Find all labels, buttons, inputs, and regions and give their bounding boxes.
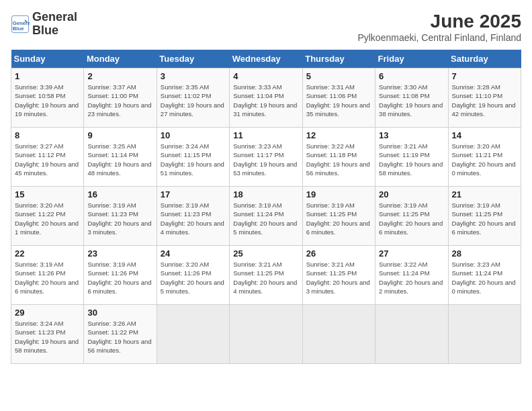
day-detail: Sunrise: 3:19 AM Sunset: 11:26 PM Daylig… — [87, 260, 152, 295]
day-detail: Sunrise: 3:20 AM Sunset: 11:22 PM Daylig… — [15, 201, 80, 236]
day-number: 13 — [379, 130, 444, 140]
day-number: 3 — [161, 71, 226, 81]
day-detail: Sunrise: 3:30 AM Sunset: 11:08 PM Daylig… — [379, 83, 444, 118]
day-number: 19 — [306, 189, 371, 199]
day-detail: Sunrise: 3:20 AM Sunset: 11:21 PM Daylig… — [452, 142, 517, 177]
day-cell-4: 4 Sunrise: 3:33 AM Sunset: 11:04 PM Dayl… — [230, 68, 302, 128]
day-cell-28: 28 Sunrise: 3:23 AM Sunset: 11:24 PM Day… — [448, 246, 521, 305]
day-cell-26: 26 Sunrise: 3:21 AM Sunset: 11:25 PM Day… — [302, 246, 375, 305]
day-detail: Sunrise: 3:21 AM Sunset: 11:25 PM Daylig… — [233, 260, 298, 295]
logo-text: General Blue — [32, 11, 77, 38]
day-cell-29: 29 Sunrise: 3:24 AM Sunset: 11:23 PM Day… — [11, 305, 84, 364]
day-number: 9 — [87, 130, 152, 140]
logo-line2: Blue — [32, 24, 58, 37]
logo: General Blue General Blue — [11, 11, 77, 38]
empty-cell — [157, 305, 229, 364]
day-detail: Sunrise: 3:19 AM Sunset: 11:24 PM Daylig… — [233, 201, 298, 236]
day-cell-24: 24 Sunrise: 3:20 AM Sunset: 11:26 PM Day… — [157, 246, 229, 305]
day-cell-3: 3 Sunrise: 3:35 AM Sunset: 11:02 PM Dayl… — [157, 68, 229, 128]
day-cell-6: 6 Sunrise: 3:30 AM Sunset: 11:08 PM Dayl… — [375, 68, 448, 128]
day-cell-14: 14 Sunrise: 3:20 AM Sunset: 11:21 PM Day… — [448, 128, 521, 187]
day-detail: Sunrise: 3:20 AM Sunset: 11:26 PM Daylig… — [161, 260, 226, 295]
weekday-header-monday: Monday — [84, 50, 157, 68]
weekday-header-sunday: Sunday — [11, 50, 84, 68]
day-cell-11: 11 Sunrise: 3:23 AM Sunset: 11:17 PM Day… — [230, 128, 302, 187]
weekday-header-saturday: Saturday — [448, 50, 521, 68]
day-cell-5: 5 Sunrise: 3:31 AM Sunset: 11:06 PM Dayl… — [302, 68, 375, 128]
day-number: 14 — [452, 130, 517, 140]
day-number: 28 — [452, 248, 517, 259]
day-cell-12: 12 Sunrise: 3:22 AM Sunset: 11:18 PM Day… — [302, 128, 375, 187]
day-detail: Sunrise: 3:19 AM Sunset: 11:26 PM Daylig… — [15, 260, 80, 295]
calendar-subtitle: Pylkoenmaeki, Central Finland, Finland — [357, 32, 521, 43]
logo-icon: General Blue — [11, 15, 30, 34]
day-number: 23 — [87, 248, 152, 259]
day-number: 24 — [161, 248, 226, 259]
day-detail: Sunrise: 3:19 AM Sunset: 11:25 PM Daylig… — [452, 201, 517, 236]
day-number: 21 — [452, 189, 517, 199]
day-cell-18: 18 Sunrise: 3:19 AM Sunset: 11:24 PM Day… — [230, 187, 302, 246]
day-cell-17: 17 Sunrise: 3:19 AM Sunset: 11:23 PM Day… — [157, 187, 229, 246]
weekday-header-wednesday: Wednesday — [230, 50, 302, 68]
day-number: 6 — [379, 71, 444, 81]
day-detail: Sunrise: 3:19 AM Sunset: 11:25 PM Daylig… — [379, 201, 444, 236]
day-number: 27 — [379, 248, 444, 259]
day-detail: Sunrise: 3:22 AM Sunset: 11:24 PM Daylig… — [379, 260, 444, 295]
day-detail: Sunrise: 3:35 AM Sunset: 11:02 PM Daylig… — [161, 83, 226, 118]
weekday-header-tuesday: Tuesday — [157, 50, 229, 68]
day-number: 29 — [15, 308, 80, 318]
day-number: 8 — [15, 130, 80, 140]
day-number: 7 — [452, 71, 517, 81]
day-number: 12 — [306, 130, 371, 140]
header: General Blue General Blue June 2025 Pylk… — [11, 11, 521, 43]
day-number: 20 — [379, 189, 444, 199]
svg-text:Blue: Blue — [13, 26, 24, 32]
day-cell-8: 8 Sunrise: 3:27 AM Sunset: 11:12 PM Dayl… — [11, 128, 84, 187]
day-detail: Sunrise: 3:33 AM Sunset: 11:04 PM Daylig… — [233, 83, 298, 118]
logo-line1: General — [32, 10, 77, 24]
day-number: 25 — [233, 248, 298, 259]
day-cell-16: 16 Sunrise: 3:19 AM Sunset: 11:23 PM Day… — [84, 187, 157, 246]
day-cell-23: 23 Sunrise: 3:19 AM Sunset: 11:26 PM Day… — [84, 246, 157, 305]
day-number: 4 — [233, 71, 298, 81]
day-cell-19: 19 Sunrise: 3:19 AM Sunset: 11:25 PM Day… — [302, 187, 375, 246]
week-row-4: 22 Sunrise: 3:19 AM Sunset: 11:26 PM Day… — [11, 246, 521, 305]
day-number: 22 — [15, 248, 80, 259]
day-detail: Sunrise: 3:28 AM Sunset: 11:10 PM Daylig… — [452, 83, 517, 118]
calendar-title: June 2025 — [357, 11, 521, 32]
day-cell-30: 30 Sunrise: 3:26 AM Sunset: 11:22 PM Day… — [84, 305, 157, 364]
weekday-header-friday: Friday — [375, 50, 448, 68]
day-number: 10 — [161, 130, 226, 140]
day-detail: Sunrise: 3:22 AM Sunset: 11:18 PM Daylig… — [306, 142, 371, 177]
day-detail: Sunrise: 3:19 AM Sunset: 11:23 PM Daylig… — [161, 201, 226, 236]
day-cell-1: 1 Sunrise: 3:39 AM Sunset: 10:58 PM Dayl… — [11, 68, 84, 128]
day-detail: Sunrise: 3:27 AM Sunset: 11:12 PM Daylig… — [15, 142, 80, 177]
empty-cell — [448, 305, 521, 364]
day-cell-9: 9 Sunrise: 3:25 AM Sunset: 11:14 PM Dayl… — [84, 128, 157, 187]
day-detail: Sunrise: 3:19 AM Sunset: 11:23 PM Daylig… — [87, 201, 152, 236]
day-cell-27: 27 Sunrise: 3:22 AM Sunset: 11:24 PM Day… — [375, 246, 448, 305]
day-cell-25: 25 Sunrise: 3:21 AM Sunset: 11:25 PM Day… — [230, 246, 302, 305]
day-detail: Sunrise: 3:23 AM Sunset: 11:17 PM Daylig… — [233, 142, 298, 177]
day-number: 5 — [306, 71, 371, 81]
day-cell-13: 13 Sunrise: 3:21 AM Sunset: 11:19 PM Day… — [375, 128, 448, 187]
week-row-3: 15 Sunrise: 3:20 AM Sunset: 11:22 PM Day… — [11, 187, 521, 246]
title-area: June 2025 Pylkoenmaeki, Central Finland,… — [357, 11, 521, 43]
empty-cell — [375, 305, 448, 364]
day-number: 11 — [233, 130, 298, 140]
day-number: 26 — [306, 248, 371, 259]
day-number: 16 — [87, 189, 152, 199]
day-detail: Sunrise: 3:26 AM Sunset: 11:22 PM Daylig… — [87, 319, 152, 355]
day-detail: Sunrise: 3:39 AM Sunset: 10:58 PM Daylig… — [15, 83, 80, 118]
day-number: 17 — [161, 189, 226, 199]
day-number: 2 — [87, 71, 152, 81]
day-detail: Sunrise: 3:19 AM Sunset: 11:25 PM Daylig… — [306, 201, 371, 236]
day-cell-10: 10 Sunrise: 3:24 AM Sunset: 11:15 PM Day… — [157, 128, 229, 187]
calendar-table: SundayMondayTuesdayWednesdayThursdayFrid… — [11, 50, 521, 364]
empty-cell — [230, 305, 302, 364]
day-detail: Sunrise: 3:31 AM Sunset: 11:06 PM Daylig… — [306, 83, 371, 118]
day-detail: Sunrise: 3:24 AM Sunset: 11:15 PM Daylig… — [161, 142, 226, 177]
day-detail: Sunrise: 3:23 AM Sunset: 11:24 PM Daylig… — [452, 260, 517, 295]
day-cell-7: 7 Sunrise: 3:28 AM Sunset: 11:10 PM Dayl… — [448, 68, 521, 128]
day-number: 30 — [87, 308, 152, 318]
